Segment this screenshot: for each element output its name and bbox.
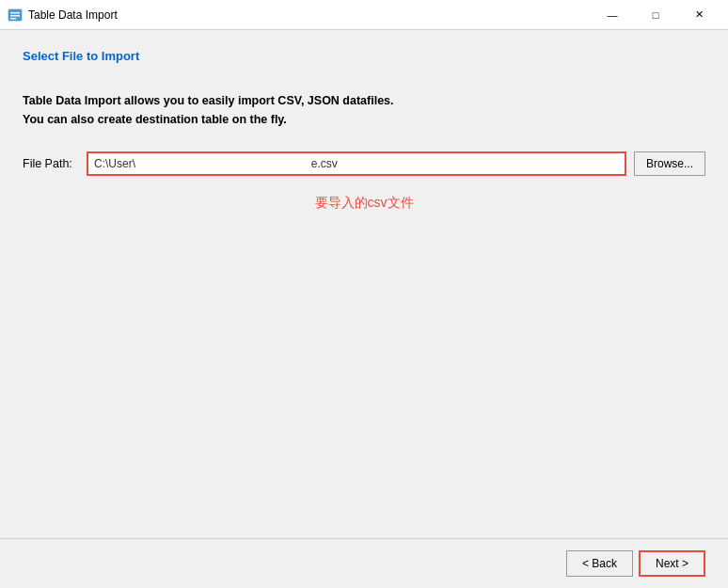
app-icon xyxy=(8,8,23,23)
description-line1: Table Data Import allows you to easily i… xyxy=(23,91,705,110)
maximize-button[interactable]: □ xyxy=(634,0,677,30)
back-button[interactable]: < Back xyxy=(566,550,633,577)
svg-rect-1 xyxy=(10,12,20,14)
description-line2: You can also create destination table on… xyxy=(23,110,705,129)
section-title: Select File to Import xyxy=(23,49,705,63)
close-button[interactable]: ✕ xyxy=(677,0,720,30)
title-bar: Table Data Import — □ ✕ xyxy=(0,0,728,30)
svg-rect-2 xyxy=(10,15,20,17)
window-title: Table Data Import xyxy=(28,8,591,22)
browse-button[interactable]: Browse... xyxy=(634,151,705,176)
svg-rect-3 xyxy=(10,18,16,20)
description-block: Table Data Import allows you to easily i… xyxy=(23,91,705,129)
footer: < Back Next > xyxy=(0,538,728,588)
next-button[interactable]: Next > xyxy=(639,550,705,577)
file-path-row: File Path: Browse... xyxy=(23,151,705,176)
annotation-text: 要导入的csv文件 xyxy=(23,195,705,212)
file-path-label: File Path: xyxy=(23,157,79,170)
file-path-input[interactable] xyxy=(87,151,626,176)
main-content: Select File to Import Table Data Import … xyxy=(0,30,728,538)
app-window: Table Data Import — □ ✕ Select File to I… xyxy=(0,0,728,588)
window-controls: — □ ✕ xyxy=(591,0,720,30)
minimize-button[interactable]: — xyxy=(591,0,634,30)
